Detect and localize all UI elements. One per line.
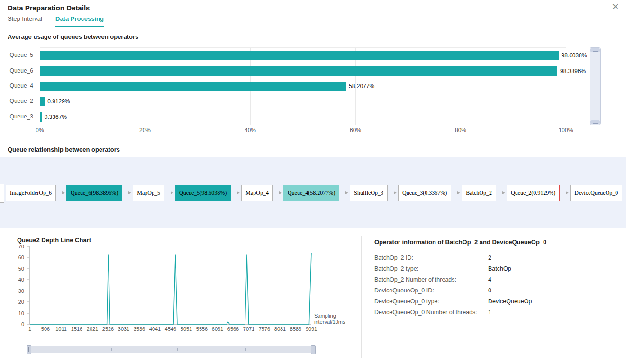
usage-bar[interactable] xyxy=(40,51,559,60)
bar-x-axis: 0%20%40%60%80%100% xyxy=(40,126,566,135)
info-row: DeviceQueueOp_0 ID:0 xyxy=(374,285,621,296)
flow-node-operator[interactable]: MapOp_5 xyxy=(133,185,164,201)
scrollbar-right-handle[interactable] xyxy=(311,345,316,354)
queue-usage-bar-chart: Queue_5Queue_6Queue_4Queue_2Queue_3 98.6… xyxy=(8,45,584,135)
bar-value-label: 58.2077% xyxy=(349,79,374,94)
line-y-tick xyxy=(27,324,29,325)
flow-node-operator[interactable]: ShuffleOp_3 xyxy=(350,185,388,201)
queue-relationship-diagram[interactable]: ImageFolderOp_6Queue_6(98.3896%)MapOp_5Q… xyxy=(0,157,626,228)
line-y-tick xyxy=(27,280,29,280)
line-y-axis: 010203040506070 xyxy=(11,246,27,324)
zoom-slider-bottom-handle[interactable] xyxy=(590,120,600,124)
line-y-tick-label: 10 xyxy=(18,310,24,316)
info-row: BatchOp_2 Number of threads:4 xyxy=(374,274,621,285)
flow-node-operator[interactable]: MapOp_4 xyxy=(241,185,273,201)
flow-arrow xyxy=(124,193,131,193)
tab-data-processing[interactable]: Data Processing xyxy=(55,15,104,27)
line-x-tick-label: 1516 xyxy=(71,326,82,332)
flow-node-operator[interactable]: ImageFolderOp_6 xyxy=(6,185,56,201)
bar-value-label: 98.3896% xyxy=(560,63,586,78)
info-value: 4 xyxy=(488,276,491,283)
bar-value-label: 0.9129% xyxy=(47,94,70,109)
flow-arrow xyxy=(233,193,239,193)
bar-value-label: 0.3367% xyxy=(45,109,67,125)
line-x-tick-label: 506 xyxy=(41,326,50,332)
line-x-tick-label: 4546 xyxy=(165,326,176,332)
flow-arrow xyxy=(390,193,396,193)
operator-info-title: Operator information of BatchOp_2 and De… xyxy=(374,238,621,246)
flow-node-queue[interactable]: Queue_5(98.6038%) xyxy=(175,185,231,201)
zoom-slider-top-handle[interactable] xyxy=(590,48,600,52)
bar-chart-zoom-slider[interactable] xyxy=(590,47,601,125)
line-x-tick-label: 7071 xyxy=(243,326,254,332)
usage-bar[interactable] xyxy=(40,82,346,91)
scrollbar-tick xyxy=(245,348,246,351)
line-y-tick-label: 30 xyxy=(18,288,24,294)
info-label: BatchOp_2 Number of threads: xyxy=(374,276,488,283)
bar-x-tick-label: 0% xyxy=(36,127,44,134)
flow-arrow xyxy=(498,193,505,193)
line-plot-area: 010203040506070 150610111516202125263031… xyxy=(29,246,311,325)
flow-arrow xyxy=(341,193,348,193)
bar-x-tick-label: 100% xyxy=(559,127,573,134)
flow-arrow xyxy=(58,193,64,193)
line-x-tick-label: 8586 xyxy=(290,326,301,332)
info-row: BatchOp_2 type:BatchOp xyxy=(374,263,621,274)
flow-node-operator[interactable]: DeviceQueueOp_0 xyxy=(570,185,622,201)
queue-depth-line xyxy=(30,246,311,324)
bar-x-tick-label: 20% xyxy=(139,127,151,134)
panel-divider xyxy=(361,236,362,358)
bar-category-axis: Queue_5Queue_6Queue_4Queue_2Queue_3 xyxy=(8,47,36,124)
line-x-tick-label: 6061 xyxy=(212,326,223,332)
line-y-tick-label: 50 xyxy=(18,266,24,272)
tab-step-interval[interactable]: Step Interval xyxy=(8,15,42,27)
usage-bar[interactable] xyxy=(40,66,557,76)
info-value: DeviceQueueOp xyxy=(488,298,532,305)
operator-info-rows: BatchOp_2 ID:2BatchOp_2 type:BatchOpBatc… xyxy=(374,252,621,318)
flow-arrow xyxy=(453,193,460,193)
bar-category-label: Queue_2 xyxy=(8,93,33,109)
usage-bar[interactable] xyxy=(40,112,42,122)
line-x-axis: 1506101115162021252630313536404145465051… xyxy=(30,326,311,334)
flow-node-queue[interactable]: Queue_3(0.3367%) xyxy=(398,185,451,201)
line-x-tick-label: 8081 xyxy=(274,326,286,332)
flow-node-row: ImageFolderOp_6Queue_6(98.3896%)MapOp_5Q… xyxy=(0,157,626,228)
info-label: DeviceQueueOp_0 ID: xyxy=(374,287,488,294)
line-x-tick-label: 7576 xyxy=(259,326,270,332)
line-x-tick-label: 5556 xyxy=(196,326,208,332)
bar-section-title: Average usage of queues between operator… xyxy=(8,33,138,40)
line-x-tick-label: 4041 xyxy=(149,326,161,332)
scrollbar-left-handle[interactable] xyxy=(27,345,31,354)
flow-node-queue[interactable]: Queue_2(0.9129%) xyxy=(507,185,560,201)
bar-x-tick-label: 80% xyxy=(455,127,466,134)
info-value: 2 xyxy=(488,255,491,261)
line-y-tick xyxy=(27,302,29,302)
tab-bar: Step Interval Data Processing xyxy=(8,15,104,27)
info-value: BatchOp xyxy=(488,265,511,272)
flow-arrow xyxy=(562,193,568,193)
info-label: BatchOp_2 ID: xyxy=(374,255,488,261)
bar-category-label: Queue_3 xyxy=(8,109,33,124)
line-x-tick-label: 9091 xyxy=(306,326,317,332)
line-x-tick-label: 3536 xyxy=(134,326,145,332)
queue-depth-panel: Queue2 Depth Line Chart 010203040506070 … xyxy=(9,236,355,360)
scrollbar-tick xyxy=(111,348,112,351)
line-y-tick xyxy=(27,291,29,291)
line-y-tick xyxy=(27,268,29,269)
info-label: DeviceQueueOp_0 Number of threads: xyxy=(374,309,488,316)
line-x-tick-label: 1011 xyxy=(55,326,67,332)
usage-bar[interactable] xyxy=(40,97,45,106)
info-row: DeviceQueueOp_0 type:DeviceQueueOp xyxy=(374,296,621,307)
x-axis-unit-line1: Sampling xyxy=(314,313,345,319)
line-chart-scrollbar[interactable] xyxy=(28,346,314,353)
flow-arrow xyxy=(275,193,281,193)
info-label: BatchOp_2 type: xyxy=(374,265,488,272)
close-icon[interactable]: ✕ xyxy=(611,2,619,11)
line-y-tick-label: 70 xyxy=(18,244,24,249)
bar-x-tick-label: 40% xyxy=(245,127,256,134)
flow-node-operator[interactable]: BatchOp_2 xyxy=(462,185,496,201)
flow-node-queue[interactable]: Queue_6(98.3896%) xyxy=(66,185,122,201)
line-x-tick-label: 5051 xyxy=(181,326,192,332)
flow-node-queue[interactable]: Queue_4(58.2077%) xyxy=(283,185,339,201)
line-x-tick-label: 2526 xyxy=(102,326,114,332)
